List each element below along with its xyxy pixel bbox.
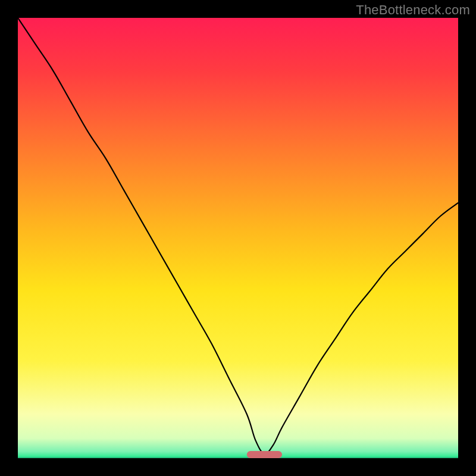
watermark-text: TheBottleneck.com xyxy=(356,2,470,18)
plot-area xyxy=(18,18,458,458)
chart-svg xyxy=(18,18,458,458)
gradient-background xyxy=(18,18,458,458)
chart-frame: TheBottleneck.com xyxy=(0,0,476,476)
trough-marker xyxy=(247,451,282,458)
